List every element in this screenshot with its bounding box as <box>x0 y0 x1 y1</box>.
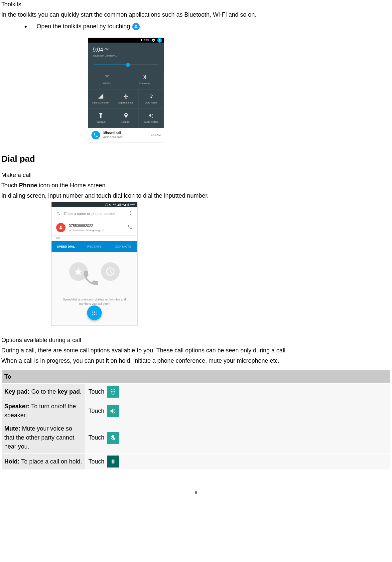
svg-point-22 <box>113 394 114 395</box>
phone-illustration-icon <box>81 269 100 289</box>
brightness-slider <box>88 60 164 70</box>
make-a-call: Make a call <box>1 171 391 180</box>
svg-point-2 <box>130 213 131 213</box>
contact-avatar-icon <box>56 223 65 232</box>
toolkits-bullet-suffix: . <box>140 23 141 30</box>
svg-point-10 <box>92 314 93 315</box>
toolkits-intro: In the toolkits you can quickly start th… <box>1 10 391 19</box>
tab-speed-dial: SPEED DIAL <box>52 241 80 253</box>
table-row: Hold: To place a call on hold. Touch <box>2 454 391 470</box>
missed-call-time: 8:42 AM <box>151 133 161 137</box>
toolkit-date: Thursday, January 1 <box>93 54 159 58</box>
touch-label: Touch <box>88 407 104 416</box>
search-icon <box>56 211 61 216</box>
missed-call-icon <box>91 131 100 139</box>
touch-label: Touch <box>88 433 104 442</box>
svg-point-19 <box>111 393 112 394</box>
missed-call-number: 0755 3688 2022 <box>103 135 148 139</box>
options-p1: During a call, there are some call optio… <box>1 346 391 355</box>
cu-label: CU <box>52 236 137 241</box>
missed-call-title: Missed call <box>103 130 148 135</box>
recent-number: 075536882022 <box>69 223 124 229</box>
touch-phone-line: Touch Phone icon on the Home screen. <box>1 181 391 190</box>
user-avatar-icon <box>132 23 140 30</box>
toolkits-bullet-row: Open the toolkits panel by touching . <box>25 22 391 31</box>
dialpad-screenshot: ◯ ◐ 3G◢▮G◢▮ 9:08 Enter a name or phone n… <box>51 202 391 326</box>
svg-point-8 <box>94 312 95 313</box>
svg-point-18 <box>114 391 115 392</box>
wifi-tile: Wi-Fi ▾ <box>88 70 126 89</box>
tab-recents: RECENTS <box>80 241 109 253</box>
svg-point-15 <box>114 389 115 390</box>
svg-point-14 <box>113 389 114 390</box>
svg-point-21 <box>114 393 115 394</box>
table-row: Key pad: Go to the key pad. Touch <box>2 384 391 400</box>
missed-arrow-icon <box>69 229 71 232</box>
svg-point-3 <box>130 214 131 215</box>
svg-point-4 <box>92 311 93 312</box>
options-p2: When a call is in progress, you can put … <box>1 356 391 365</box>
recent-location: Shenzhen, Guangdong, 26… <box>69 229 124 233</box>
dial-search-row: Enter a name or phone number <box>52 207 137 220</box>
clock-icon <box>101 262 120 281</box>
bluetooth-icon <box>142 74 148 80</box>
table-header: To <box>2 370 391 384</box>
mute-icon <box>107 432 119 444</box>
svg-rect-25 <box>113 460 114 464</box>
dial-screen-line: In dialing screen, input number and touc… <box>1 191 391 200</box>
hold-icon <box>107 456 119 468</box>
svg-rect-0 <box>107 76 107 78</box>
recent-call-row: 075536882022 Shenzhen, Guangdong, 26… <box>52 220 137 236</box>
touch-label: Touch <box>88 457 104 466</box>
auto-rotate-tile: Auto-rotate <box>139 89 164 108</box>
flashlight-tile: Flashlight <box>88 108 113 128</box>
missed-call-notification: Missed call 0755 3688 2022 8:42 AM <box>88 128 164 142</box>
avatar-icon <box>157 38 162 43</box>
svg-rect-24 <box>112 460 113 464</box>
toolkit-screenshot: ▮ 99% 9:04 AM Thursday, January 1 Wi-Fi … <box>88 38 391 142</box>
location-tile: Location <box>113 108 139 128</box>
toolkits-bullet-text: Open the toolkits panel by touching <box>37 23 130 30</box>
svg-point-13 <box>111 389 112 390</box>
dial-search-placeholder: Enter a name or phone number <box>64 211 125 217</box>
table-row: Mute: Mute your voice so that the other … <box>2 422 391 454</box>
location-icon <box>123 112 129 118</box>
svg-point-20 <box>113 393 114 394</box>
svg-point-11 <box>94 314 95 315</box>
airplane-tile: Airplane mode <box>113 89 139 108</box>
svg-point-5 <box>94 311 95 312</box>
toolkit-status-bar: ▮ 99% <box>88 38 164 43</box>
gear-icon <box>151 38 155 42</box>
wifi-icon <box>104 74 110 80</box>
touch-label: Touch <box>88 387 104 396</box>
signal-icon <box>98 93 104 99</box>
dialpad-heading: Dial pad <box>1 152 391 165</box>
speaker-icon <box>107 405 119 417</box>
svg-point-17 <box>113 391 114 392</box>
more-icon <box>128 211 133 217</box>
toolkits-title: Toolkits <box>1 0 391 9</box>
svg-point-12 <box>96 314 97 315</box>
auto-rotate-icon <box>148 93 154 99</box>
call-icon <box>127 224 133 231</box>
toolkit-time: 9:04 AM <box>93 46 159 54</box>
svg-point-6 <box>96 311 97 312</box>
dialpad-fab-icon <box>87 305 102 320</box>
options-title: Options available during a call <box>1 336 391 345</box>
dial-status-bar: ◯ ◐ 3G◢▮G◢▮ 9:08 <box>52 202 137 207</box>
tab-contacts: CONTACTS <box>109 241 137 253</box>
call-options-table: To Key pad: Go to the key pad. Touch Spe… <box>1 370 391 470</box>
audio-tile: Audio profiles <box>139 108 164 128</box>
audio-icon <box>148 112 154 118</box>
page-number: 9 <box>1 490 391 495</box>
table-row: Speaker: To turn on/off the speaker. Tou… <box>2 400 391 422</box>
data-sim-tile: Data SIM not set <box>88 89 113 108</box>
dial-tabs: SPEED DIAL RECENTS CONTACTS <box>52 241 137 253</box>
speed-dial-text: Speed dial is one-touch dialing for favo… <box>52 297 137 306</box>
svg-point-16 <box>111 391 112 392</box>
airplane-icon <box>123 93 129 99</box>
flashlight-icon <box>98 112 104 118</box>
toolkit-battery: 99% <box>144 38 149 42</box>
svg-point-1 <box>130 211 131 212</box>
bullet-icon <box>25 26 27 28</box>
